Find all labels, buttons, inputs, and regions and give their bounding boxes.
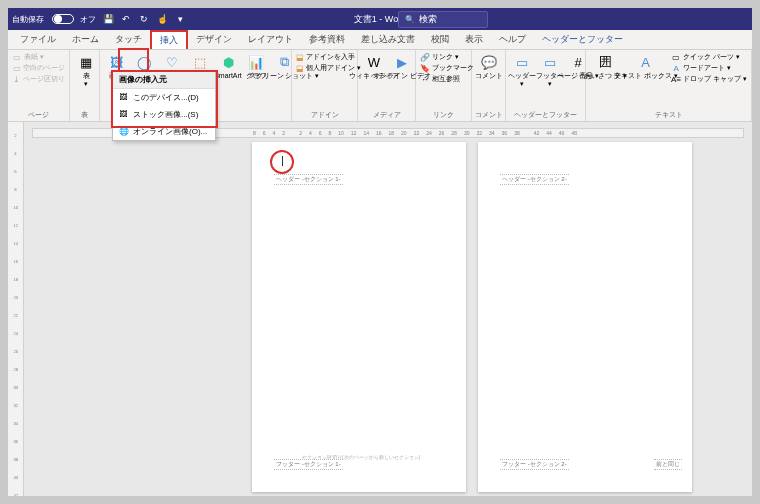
- save-icon[interactable]: 💾: [102, 13, 114, 25]
- cover-page-button[interactable]: ▭表紙 ▾: [12, 52, 65, 62]
- qat-more-icon[interactable]: ▾: [174, 13, 186, 25]
- image-insert-menu: 画像の挿入元 🖼このデバイス...(D) 🖼ストック画像...(S) 🌐オンライ…: [112, 70, 216, 141]
- redo-icon[interactable]: ↻: [138, 13, 150, 25]
- group-text: 囲あいさつ 文 ▾ Aテキスト ボックス ▾ ▭クイック パーツ ▾ Aワードア…: [586, 50, 752, 121]
- footer-tag-1[interactable]: フッター -セクション 1-: [274, 459, 343, 470]
- header-tag-2[interactable]: ヘッダー -セクション 2-: [500, 174, 569, 185]
- search-box[interactable]: 🔍 検索: [398, 11, 488, 28]
- header-button[interactable]: ▭ヘッダー▾: [510, 52, 534, 88]
- autosave-toggle[interactable]: [52, 14, 74, 24]
- tab-insert[interactable]: 挿入: [150, 30, 188, 49]
- touch-icon[interactable]: ☝: [156, 13, 168, 25]
- footer-button[interactable]: ▭フッター▾: [538, 52, 562, 88]
- same-as-prev-tag[interactable]: 前と同じ: [654, 459, 682, 470]
- group-pages: ▭表紙 ▾ ▭空白のページ ⤓ページ区切り ページ: [8, 50, 70, 121]
- group-tables: ▦表▾ 表: [70, 50, 100, 121]
- autosave-label: 自動保存: [12, 14, 44, 25]
- vertical-ruler: 2468101214161820222426283032343638404244…: [8, 122, 24, 496]
- wordart-button[interactable]: Aワードアート ▾: [671, 63, 747, 73]
- titlebar: 自動保存 オフ 💾 ↶ ↻ ☝ ▾ 文書1 - Word 🔍 検索: [8, 8, 752, 30]
- smartart-button[interactable]: ⬢SmartArt: [216, 52, 240, 81]
- tab-layout[interactable]: レイアウト: [240, 30, 301, 49]
- quickparts-button[interactable]: ▭クイック パーツ ▾: [671, 52, 747, 62]
- search-icon: 🔍: [405, 15, 415, 24]
- tab-help[interactable]: ヘルプ: [491, 30, 534, 49]
- search-placeholder: 検索: [419, 13, 437, 26]
- tab-file[interactable]: ファイル: [12, 30, 64, 49]
- tab-headerfooter[interactable]: ヘッダーとフッター: [534, 30, 631, 49]
- document-canvas[interactable]: 8642246810121416182022242628303234363842…: [24, 122, 752, 496]
- tab-review[interactable]: 校閲: [423, 30, 457, 49]
- page-1[interactable]: ヘッダー -セクション 1- セクション区切り(次のページから新しいセクション)…: [252, 142, 466, 492]
- link-button[interactable]: 🔗リンク ▾: [420, 52, 467, 62]
- undo-icon[interactable]: ↶: [120, 13, 132, 25]
- image-online[interactable]: 🌐オンライン画像(O)...: [113, 123, 215, 140]
- tab-home[interactable]: ホーム: [64, 30, 107, 49]
- tab-references[interactable]: 参考資料: [301, 30, 353, 49]
- comment-button[interactable]: 💬コメント: [476, 52, 501, 81]
- my-addins-button[interactable]: ⬓個人用アドイン ▾: [296, 63, 353, 73]
- group-headerfooter: ▭ヘッダー▾ ▭フッター▾ #ページ 番号 ▾ ヘッダーとフッター: [506, 50, 586, 121]
- tab-mailings[interactable]: 差し込み文書: [353, 30, 423, 49]
- textbox-button[interactable]: Aテキスト ボックス ▾: [624, 52, 667, 81]
- get-addins-button[interactable]: ⬓アドインを入手: [296, 52, 353, 62]
- image-menu-title: 画像の挿入元: [113, 71, 215, 89]
- group-comments: 💬コメント コメント: [472, 50, 506, 121]
- bookmark-button[interactable]: 🔖ブックマーク: [420, 63, 467, 73]
- page-2[interactable]: ヘッダー -セクション 2- フッター -セクション 2- 前と同じ: [478, 142, 692, 492]
- dropcap-button[interactable]: A≡ドロップ キャップ ▾: [671, 74, 747, 84]
- online-video-button[interactable]: ▶オンライン ビデオ: [390, 52, 414, 81]
- group-links: 🔗リンク ▾ 🔖ブックマーク ↔相互参照 リンク: [416, 50, 472, 121]
- table-button[interactable]: ▦表▾: [74, 52, 98, 88]
- image-from-device[interactable]: 🖼このデバイス...(D): [113, 89, 215, 106]
- ribbon-tabs: ファイル ホーム タッチ 挿入 デザイン レイアウト 参考資料 差し込み文書 校…: [8, 30, 752, 50]
- group-media: Wウィキ ペディア ▶オンライン ビデオ メディア: [358, 50, 416, 121]
- image-stock[interactable]: 🖼ストック画像...(S): [113, 106, 215, 123]
- tab-view[interactable]: 表示: [457, 30, 491, 49]
- workspace: 2468101214161820222426283032343638404244…: [8, 122, 752, 496]
- blank-page-button[interactable]: ▭空白のページ: [12, 63, 65, 73]
- header-tag-1[interactable]: ヘッダー -セクション 1-: [274, 174, 343, 185]
- page-break-button[interactable]: ⤓ページ区切り: [12, 74, 65, 84]
- crossref-button[interactable]: ↔相互参照: [420, 74, 467, 84]
- autosave-state: オフ: [80, 14, 96, 25]
- annotation-cursor-circle: [270, 150, 294, 174]
- group-addins: ⬓アドインを入手 ⬓個人用アドイン ▾ アドイン: [292, 50, 358, 121]
- tab-touch[interactable]: タッチ: [107, 30, 150, 49]
- tab-design[interactable]: デザイン: [188, 30, 240, 49]
- footer-tag-2[interactable]: フッター -セクション 2-: [500, 459, 569, 470]
